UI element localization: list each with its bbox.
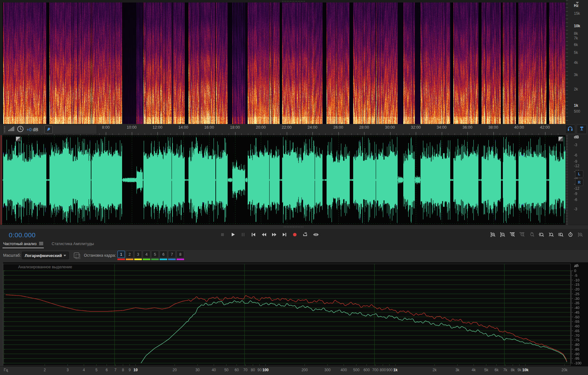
zoom-in-horizontal-button[interactable] — [509, 230, 516, 239]
timer-button[interactable] — [567, 230, 574, 239]
go-to-start-button[interactable] — [250, 230, 258, 239]
gain-value[interactable]: +0 dB — [27, 127, 38, 132]
timeline-ruler[interactable]: 2:004:006:008:0010:0012:0014:0016:0018:0… — [0, 124, 588, 136]
ruler-major-tick — [106, 132, 106, 135]
ruler-minor-tick — [151, 133, 151, 135]
audio-editor-window: Hz 15k10k8k7k6k5k4k3k2k1k500 2:004:006:0… — [0, 0, 588, 375]
ruler-minor-tick — [267, 133, 268, 135]
fast-forward-button[interactable] — [270, 230, 278, 239]
tool-button[interactable] — [577, 125, 587, 134]
ruler-minor-tick — [280, 133, 281, 135]
ruler-major-tick — [364, 132, 364, 135]
skip-selection-button[interactable] — [312, 230, 320, 239]
zoom-full-button[interactable] — [577, 230, 584, 239]
zoom-to-out-point-button[interactable] — [548, 230, 554, 239]
frequency-analysis-plot[interactable]: Анализированное выделение дБ0-5-10-15-20… — [0, 262, 588, 366]
stop-button[interactable] — [219, 230, 227, 239]
ruler-major-tick — [312, 132, 313, 135]
frequency-axis-label: 50 — [224, 368, 228, 372]
amplitude-tick-label: -3 — [574, 207, 577, 211]
frequency-scale[interactable]: Hz 15k10k8k7k6k5k4k3k2k1k500 — [565, 0, 588, 124]
ruler-minor-tick — [474, 133, 474, 135]
hold-frame-button-7[interactable]: 7 — [168, 251, 176, 260]
frequency-axis-label: 6k — [495, 368, 499, 372]
hold-frame-button-2[interactable]: 2 — [126, 251, 133, 260]
frequency-tick-label: 500 — [574, 109, 580, 114]
ruler-minor-tick — [306, 133, 306, 135]
frequency-axis-label: 300 — [324, 368, 331, 372]
zoom-to-in-point-button[interactable] — [538, 230, 545, 239]
hold-frame-button-1[interactable]: 1 — [117, 251, 125, 260]
ruler-major-tick — [545, 132, 545, 135]
playhead-marker[interactable] — [1, 135, 2, 225]
ruler-time-label: 28:00 — [359, 125, 369, 130]
panel-grip[interactable] — [282, 1, 306, 2]
toolbar-grip[interactable] — [4, 126, 6, 133]
ruler-major-tick — [132, 132, 132, 135]
hold-frame-button-3[interactable]: 3 — [134, 251, 142, 260]
ruler-time-label: 36:00 — [462, 125, 472, 130]
zoom-reset-button[interactable] — [528, 230, 535, 239]
ruler-time-label: 22:00 — [282, 125, 291, 130]
db-axis-label: -45 — [574, 311, 580, 314]
ruler-minor-tick — [222, 133, 222, 135]
pause-button[interactable] — [239, 230, 247, 239]
ruler-minor-tick — [248, 133, 248, 135]
ruler-minor-tick — [138, 133, 138, 135]
hold-frame-button-6[interactable]: 6 — [160, 251, 167, 260]
go-to-end-button[interactable] — [281, 230, 289, 239]
bottom-panel-tabs: Частотный анализ Статистика Амплитуды — [0, 241, 588, 249]
db-axis-label: -15 — [574, 283, 580, 286]
ruler-major-tick — [183, 132, 184, 135]
zoom-in-vertical-button[interactable] — [489, 230, 496, 239]
toolbar-divider — [41, 126, 42, 133]
headphones-icon — [567, 126, 573, 132]
tab-frequency-analysis[interactable]: Частотный анализ — [3, 242, 43, 246]
frequency-axis-label: 3 — [67, 368, 69, 372]
frequency-tick-label: 3k — [574, 73, 578, 77]
ruler-minor-tick — [532, 133, 532, 135]
tab-amplitude-statistics[interactable]: Статистика Амплитуды — [52, 242, 94, 246]
pin-button[interactable] — [44, 126, 53, 134]
level-meter-icon[interactable] — [8, 126, 14, 133]
channel-left-button[interactable]: L — [575, 170, 583, 177]
amplitude-tick-label: -6 — [574, 198, 577, 202]
clock-icon[interactable] — [17, 126, 24, 134]
waveform-display[interactable] — [3, 135, 565, 225]
zoom-out-horizontal-button[interactable] — [518, 230, 525, 239]
hold-frame-button-4[interactable]: 4 — [143, 251, 150, 260]
db-axis-label: -40 — [574, 306, 580, 310]
copy-frame-icon[interactable] — [74, 253, 79, 258]
fade-out-handle[interactable] — [558, 136, 563, 141]
db-axis-label: -30 — [574, 297, 580, 301]
spectrogram-display[interactable] — [3, 3, 565, 124]
frequency-tick-label: 15k — [574, 11, 580, 16]
play-button[interactable] — [229, 230, 237, 239]
ruler-minor-tick — [300, 133, 300, 135]
channel-right-button[interactable]: R — [575, 179, 583, 186]
amplitude-tick-label: -12 — [574, 186, 579, 191]
rewind-button[interactable] — [260, 230, 268, 239]
hold-frame-button-8[interactable]: 8 — [177, 251, 184, 260]
hold-frame-button-5[interactable]: 5 — [151, 251, 159, 260]
loop-playback-button[interactable] — [301, 230, 309, 239]
frequency-axis-label: 900 — [386, 368, 393, 372]
ruler-time-label: 42:00 — [540, 125, 550, 130]
divider-grip[interactable] — [283, 226, 304, 228]
scale-select[interactable]: Логарифмический — [22, 252, 69, 259]
record-button[interactable] — [291, 230, 299, 239]
zoom-to-selection-button[interactable] — [557, 230, 564, 239]
monitor-button[interactable] — [565, 125, 575, 134]
time-display[interactable]: 0:00.000 — [9, 231, 36, 239]
panel-menu-icon[interactable] — [39, 242, 43, 246]
db-axis-label: -75 — [574, 338, 580, 342]
frequency-tick-label: 4k — [574, 60, 578, 65]
hold-frame-number: 4 — [143, 251, 150, 258]
ruler-major-tick — [338, 132, 339, 135]
amplitude-scale[interactable]: dB -3-6-9-12-18-∞-18-12-9-6-3LR — [565, 135, 588, 225]
hold-frame-number: 7 — [168, 251, 176, 258]
fade-in-handle[interactable] — [16, 136, 21, 141]
frequency-axis-label: 70 — [243, 368, 247, 372]
zoom-out-vertical-button[interactable] — [499, 230, 506, 239]
frequency-scale-ticks — [566, 0, 568, 124]
